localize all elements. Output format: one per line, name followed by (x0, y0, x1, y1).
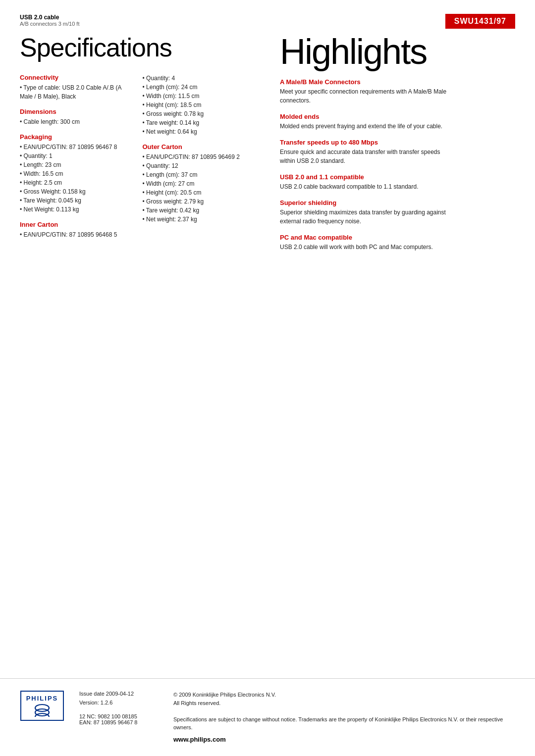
highlight-transfer-speeds: Transfer speeds up to 480 Mbps Ensure qu… (280, 139, 515, 165)
highlight-male-connectors: A Male/B Male Connectors Meet your speci… (280, 78, 515, 105)
main-content: Specifications Connectivity Type of cabl… (0, 29, 535, 259)
packaging-item-5: Height: 2.5 cm (20, 178, 133, 187)
unit-item-1: Quantity: 4 (143, 74, 256, 83)
highlight-pc-mac-text: USB 2.0 cable will work with both PC and… (280, 243, 448, 252)
highlight-transfer-speeds-text: Ensure quick and accurate data transfer … (280, 148, 448, 165)
highlights-title: Highlights (280, 34, 515, 69)
highlight-molded-ends: Molded ends Molded ends prevent fraying … (280, 113, 515, 131)
highlight-transfer-speeds-title: Transfer speeds up to 480 Mbps (280, 139, 515, 146)
unit-item-2: Length (cm): 24 cm (143, 83, 256, 92)
specs-title: Specifications (20, 34, 255, 62)
issue-date-row: Issue date 2009-04-12 (79, 691, 159, 697)
specs-col-left: Connectivity Type of cable: USB 2.0 Cabl… (20, 74, 143, 246)
packaging-title: Packaging (20, 133, 133, 141)
outer-carton-section: Outer Carton EAN/UPC/GTIN: 87 10895 9646… (143, 143, 256, 224)
copyright-text: © 2009 Koninklijke Philips Electronics N… (173, 692, 276, 698)
outer-carton-item-5: Height (cm): 20.5 cm (143, 188, 256, 197)
outer-carton-item-4: Width (cm): 27 cm (143, 179, 256, 188)
packaging-item-7: Tare Weight: 0.045 kg (20, 196, 133, 205)
rights-line: All Rights reserved. (173, 699, 515, 707)
packaging-item-4: Width: 16.5 cm (20, 169, 133, 178)
inner-carton-item-1: EAN/UPC/GTIN: 87 10895 96468 5 (20, 230, 133, 239)
connectivity-item-1: Type of cable: USB 2.0 Cable A/.B (A Mal… (20, 83, 133, 101)
highlight-shielding-text: Superior shielding maximizes data transf… (280, 208, 448, 226)
outer-carton-title: Outer Carton (143, 143, 256, 151)
footer: PHILIPS Issue date 2009-04-12 Version: 1… (0, 678, 535, 756)
unit-item-7: Net weight: 0.64 kg (143, 127, 256, 136)
packaging-item-8: Net Weight: 0.113 kg (20, 205, 133, 214)
unit-item-5: Gross weight: 0.78 kg (143, 109, 256, 118)
website-link[interactable]: www.philips.com (173, 735, 515, 745)
unit-item-4: Height (cm): 18.5 cm (143, 101, 256, 109)
outer-carton-item-2: Quantity: 12 (143, 161, 256, 170)
highlight-pc-mac: PC and Mac compatible USB 2.0 cable will… (280, 234, 515, 252)
packaging-item-2: Quantity: 1 (20, 151, 133, 160)
unit-item-3: Width (cm): 11.5 cm (143, 92, 256, 101)
outer-carton-item-6: Gross weight: 2.79 kg (143, 197, 256, 206)
footer-legal: © 2009 Koninklijke Philips Electronics N… (173, 691, 515, 744)
outer-carton-item-3: Length (cm): 37 cm (143, 170, 256, 179)
nc-value: 9082 100 08185 (98, 713, 137, 719)
nc-line: 12 NC: 9082 100 08185 (79, 713, 159, 719)
highlight-male-connectors-title: A Male/B Male Connectors (280, 78, 515, 86)
highlight-male-connectors-text: Meet your specific connection requiremen… (280, 87, 448, 105)
issue-date-value: 2009-04-12 (106, 691, 134, 697)
dimensions-section: Dimensions Cable length: 300 cm (20, 108, 133, 126)
highlight-usb-compatible-text: USB 2.0 cable backward compatible to 1.1… (280, 182, 448, 191)
logo-waves-svg (32, 703, 52, 717)
packaging-item-6: Gross Weight: 0.158 kg (20, 187, 133, 196)
top-header: USB 2.0 cable A/B connectors 3 m/10 ft S… (0, 0, 535, 29)
packaging-item-3: Length: 23 cm (20, 160, 133, 169)
copyright-line: © 2009 Koninklijke Philips Electronics N… (173, 691, 515, 699)
model-badge: SWU1431/97 (445, 14, 515, 29)
product-type: USB 2.0 cable (20, 14, 79, 21)
dimensions-title: Dimensions (20, 108, 133, 115)
nc-row: 12 NC: 9082 100 08185 EAN: 87 10895 9646… (79, 713, 159, 725)
highlight-pc-mac-title: PC and Mac compatible (280, 234, 515, 241)
connectivity-title: Connectivity (20, 74, 133, 81)
outer-carton-item-7: Tare weight: 0.42 kg (143, 206, 256, 215)
packaging-item-1: EAN/UPC/GTIN: 87 10895 96467 8 (20, 143, 133, 151)
ean-line: EAN: 87 10895 96467 8 (79, 719, 159, 725)
outer-carton-item-1: EAN/UPC/GTIN: 87 10895 96469 2 (143, 152, 256, 161)
connectivity-section: Connectivity Type of cable: USB 2.0 Cabl… (20, 74, 133, 101)
inner-carton-section: Inner Carton EAN/UPC/GTIN: 87 10895 9646… (20, 221, 133, 239)
legal-text: Specifications are subject to change wit… (173, 715, 515, 732)
highlight-shielding-title: Superior shielding (280, 199, 515, 206)
dimensions-item-1: Cable length: 300 cm (20, 117, 133, 126)
highlight-usb-compatible: USB 2.0 and 1.1 compatible USB 2.0 cable… (280, 173, 515, 191)
logo-box: PHILIPS (20, 691, 64, 721)
unit-item-6: Tare weight: 0.14 kg (143, 118, 256, 127)
version-value: 1.2.6 (101, 700, 112, 706)
logo-text: PHILIPS (26, 695, 58, 702)
specs-column: Specifications Connectivity Type of cabl… (20, 34, 270, 259)
unit-specs-section: Quantity: 4 Length (cm): 24 cm Width (cm… (143, 74, 256, 136)
product-info: USB 2.0 cable A/B connectors 3 m/10 ft (20, 14, 79, 27)
issue-date-label: Issue date (79, 691, 106, 697)
inner-carton-title: Inner Carton (20, 221, 133, 228)
product-subtitle: A/B connectors 3 m/10 ft (20, 21, 79, 27)
footer-meta: Issue date 2009-04-12 Version: 1.2.6 12 … (79, 691, 159, 725)
philips-logo: PHILIPS (20, 691, 64, 721)
highlight-shielding: Superior shielding Superior shielding ma… (280, 199, 515, 226)
rights-text: All Rights reserved. (173, 700, 220, 706)
specs-two-col: Connectivity Type of cable: USB 2.0 Cabl… (20, 74, 255, 246)
packaging-section: Packaging EAN/UPC/GTIN: 87 10895 96467 8… (20, 133, 133, 214)
highlight-usb-compatible-title: USB 2.0 and 1.1 compatible (280, 173, 515, 181)
ean-value: 87 10895 96467 8 (94, 719, 138, 725)
page: USB 2.0 cable A/B connectors 3 m/10 ft S… (0, 0, 535, 756)
version-label: Version: (79, 700, 99, 706)
specs-col-right: Quantity: 4 Length (cm): 24 cm Width (cm… (143, 74, 256, 246)
outer-carton-item-8: Net weight: 2.37 kg (143, 215, 256, 224)
highlights-column: Highlights A Male/B Male Connectors Meet… (270, 34, 515, 259)
highlight-molded-ends-text: Molded ends prevent fraying and extend t… (280, 122, 448, 131)
highlight-molded-ends-title: Molded ends (280, 113, 515, 120)
version-row: Version: 1.2.6 (79, 700, 159, 706)
